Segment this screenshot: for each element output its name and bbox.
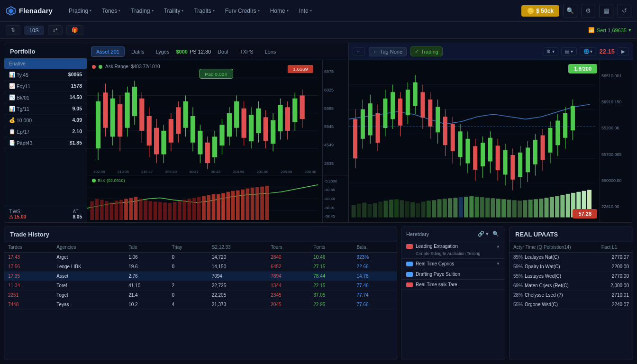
arrow-left-button[interactable]: ← xyxy=(353,47,365,55)
portfolio-item-2[interactable]: 📉 Bk/01 14.50 xyxy=(4,92,87,103)
svg-rect-214 xyxy=(545,198,549,217)
settings-icon-button[interactable]: ⚙ xyxy=(581,4,595,18)
bid-button[interactable]: 1.6/200 xyxy=(568,64,597,73)
table-row[interactable]: 11.34 Toref 41.10 2 22,725 1344 22.15 77… xyxy=(4,281,397,291)
chevron-down-icon: ▾ xyxy=(287,9,289,13)
tag-none-button[interactable]: ← Tag None xyxy=(369,47,407,56)
svg-rect-168 xyxy=(541,136,545,160)
chevron-down-icon: ▾ xyxy=(152,9,154,13)
svg-rect-136 xyxy=(420,92,425,118)
nav-item-tradits[interactable]: Tradits ▾ xyxy=(189,6,219,16)
list-item[interactable]: 69%Maten Crjers (Ret(C) 2,000.00 xyxy=(510,281,633,291)
flag-red-icon xyxy=(406,244,413,249)
svg-rect-30 xyxy=(169,119,173,143)
market-group-header-0[interactable]: Leading Extragation ▲ xyxy=(401,241,505,251)
list-item[interactable]: 59%Opalry In Wat(C) 2200.00 xyxy=(510,262,633,272)
market-data-title: Heretdary xyxy=(406,231,429,237)
chart-globe-button[interactable]: 🌐 ▾ xyxy=(580,47,597,55)
updates-col-fact: Fact L1 xyxy=(598,242,633,253)
svg-rect-83 xyxy=(134,197,138,220)
cell-id: 17.43 xyxy=(4,253,53,262)
svg-rect-212 xyxy=(534,199,538,217)
arrow-icon: ← xyxy=(373,49,378,55)
svg-rect-66 xyxy=(300,95,304,119)
svg-rect-170 xyxy=(548,128,552,153)
tab-lons[interactable]: Lons xyxy=(260,47,281,56)
portfolio-item-active[interactable]: Enative xyxy=(4,58,87,69)
svg-rect-166 xyxy=(533,140,537,164)
tab-datils[interactable]: Datils xyxy=(127,47,149,56)
svg-rect-104 xyxy=(236,191,240,220)
balance-button[interactable]: 🪙 $ 50ck xyxy=(521,5,559,17)
table-row[interactable]: 17.43 Arget 1.06 0 14,720 2840 10.46 923… xyxy=(4,253,397,262)
table-row[interactable]: 7448 Teyas 10.2 4 21,373 2045 22.95 77.6… xyxy=(4,300,397,309)
portfolio-item-5[interactable]: 📋 Ep/17 2.10 xyxy=(4,126,87,137)
nav-item-trading[interactable]: Trading ▾ xyxy=(126,6,158,16)
portfolio-item-1[interactable]: 📈 Foy11 1578 xyxy=(4,81,87,92)
tab-txps[interactable]: TXPS xyxy=(235,47,258,56)
nav-item-inte[interactable]: Inte ▾ xyxy=(294,6,317,16)
portfolio-item-0[interactable]: 📊 Ty.45 $0065 xyxy=(4,69,87,81)
refresh-button[interactable]: ↺ xyxy=(617,4,631,18)
portfolio-value-0: $0065 xyxy=(68,72,82,78)
nav-item-traility[interactable]: Traility ▾ xyxy=(159,6,189,16)
table-row[interactable]: 2251 Toget 21.4 0 22,205 2345 37.05 77.7… xyxy=(4,291,397,300)
nav-item-home[interactable]: Home ▾ xyxy=(265,6,293,16)
nav-item-furv-credirs[interactable]: Furv Credirs ▾ xyxy=(220,6,264,16)
market-group-header-3[interactable]: Real Time salk Tare xyxy=(401,280,505,290)
list-item[interactable]: 55%Lastayes Wed(C) 2770.00 xyxy=(510,272,633,281)
table-header-row: Tardes Agencies Tale Triay S2,12.33 Tour… xyxy=(4,242,397,253)
chevron-down-icon: ▾ xyxy=(90,9,91,13)
search-button[interactable]: 🔍 xyxy=(563,4,577,18)
market-link-button[interactable]: 🔗 ▾ xyxy=(477,230,490,238)
svg-rect-42 xyxy=(212,136,217,157)
sort-button[interactable]: ⇅ xyxy=(6,25,20,35)
cell-bala: 77.74 xyxy=(353,291,397,300)
svg-rect-189 xyxy=(410,202,415,218)
trade-history-panel: Trade History Tardes Agencies Tale Triay… xyxy=(4,227,397,360)
table-row[interactable]: 17.35 Asset 2.76 7094 7894 78.44 14.76 xyxy=(4,272,397,281)
tab-asset201[interactable]: Asset 201 xyxy=(91,46,125,57)
logo-icon xyxy=(6,6,16,16)
sert-info: 📶 Sert 1,69635 ▾ xyxy=(588,27,631,33)
cell-tours: 2345 xyxy=(267,291,309,300)
chart-settings-button[interactable]: ⚙ ▾ xyxy=(543,47,558,55)
nav-item-tones[interactable]: Tones ▾ xyxy=(97,6,125,16)
cell-tours: 2045 xyxy=(267,300,309,309)
updates-col-label: Actyr Time (Q Polpistion14) xyxy=(510,242,598,253)
market-search-button[interactable]: 🔍 xyxy=(491,230,500,238)
svg-rect-162 xyxy=(518,153,522,177)
chart-layout-button[interactable]: ▤ ▾ xyxy=(561,47,577,55)
svg-rect-150 xyxy=(473,146,477,170)
gift-button[interactable]: 🎁 xyxy=(66,25,83,35)
cell-id: 7448 xyxy=(4,300,53,309)
svg-rect-87 xyxy=(154,201,157,220)
main-content: Portfolio Enative 📊 Ty.45 $0065 📈 Foy11 … xyxy=(0,39,637,364)
table-row[interactable]: 17.56 Lenge LIBK 19.6 0 14,150 6452 27.1… xyxy=(4,262,397,272)
nav-item-prading[interactable]: Prading ▾ xyxy=(64,6,96,16)
tab-lyges[interactable]: Lyges xyxy=(151,47,174,56)
svg-rect-84 xyxy=(139,199,143,220)
chart-next-button[interactable]: ▶ xyxy=(618,47,629,55)
svg-rect-209 xyxy=(518,200,522,217)
update-value: 2240.07 xyxy=(598,300,633,309)
cell-triay xyxy=(168,272,208,281)
portfolio-item-4[interactable]: 💰 10,000 4.09 xyxy=(4,115,87,126)
market-group-header-2[interactable]: Drafting Paye Sultion xyxy=(401,269,505,279)
buy-button[interactable]: 57.28 xyxy=(573,209,597,218)
market-group-header-1[interactable]: Real Time Cyprics ▼ xyxy=(401,259,505,269)
cell-triay: 2 xyxy=(168,281,208,291)
svg-rect-178 xyxy=(352,205,356,218)
10s-button[interactable]: 10S xyxy=(24,26,44,35)
trading-status-button[interactable]: ✓ Trading xyxy=(410,46,443,56)
portfolio-item-6[interactable]: 📑 Papt43 $1.85 xyxy=(4,137,87,149)
portfolio-item-3[interactable]: 📊 Tg/11 9.05 xyxy=(4,103,87,115)
swap-button[interactable]: ⇄ xyxy=(48,25,63,35)
list-item[interactable]: 55%Orgone Wsd(C) 2240.07 xyxy=(510,300,633,309)
list-item[interactable]: 85%Lealayes Nat(C) 2770.07 xyxy=(510,253,633,262)
tab-doul[interactable]: Doul xyxy=(213,47,233,56)
svg-rect-98 xyxy=(207,195,210,220)
layout-button[interactable]: ▤ xyxy=(599,4,613,18)
list-item[interactable]: 28%Chelysse Lsed (7) 2710.01 xyxy=(510,291,633,300)
update-value: 2710.01 xyxy=(598,291,633,300)
